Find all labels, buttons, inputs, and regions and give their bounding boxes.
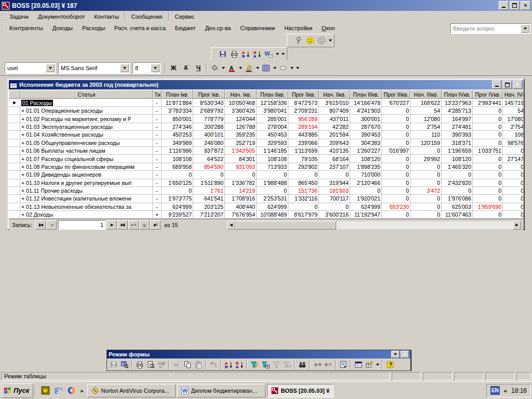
sort-descending-button[interactable]: ЯА [251,49,263,59]
value-cell[interactable]: 0 [382,187,410,195]
menu-item-4[interactable]: Сообщения [127,12,167,21]
value-cell[interactable]: 0 [382,211,410,219]
column-header-11[interactable]: План IVкв. [442,90,473,99]
value-cell[interactable]: 1'116'996 [162,147,193,155]
column-header-4[interactable]: Нач. Iкв. [225,90,257,99]
article-cell[interactable]: + 01.09 Дивиденды акционеров [20,171,153,179]
value-cell[interactable]: 108'120 [442,155,473,163]
print-preview-button[interactable] [145,360,156,370]
value-cell[interactable]: 292'802 [288,163,319,171]
value-cell[interactable]: 0 [473,187,503,195]
value-cell[interactable]: 98'576 [503,139,523,147]
value-cell[interactable]: 10'088'489 [257,211,288,219]
value-cell[interactable]: 54 [410,107,442,115]
pin-button[interactable] [293,35,304,46]
column-header-5[interactable]: План IIкв. [257,90,288,99]
value-cell[interactable]: 0 [442,171,473,179]
value-cell[interactable]: 0 [382,115,410,123]
value-cell[interactable]: 1'332'116 [288,195,319,203]
value-cell[interactable]: 0 [382,123,410,131]
highlight-color-button[interactable] [243,63,255,73]
article-cell[interactable]: + 01.01 Операционные расходы [20,107,153,115]
minimize-button[interactable] [499,1,509,10]
value-cell[interactable]: 1'343'505 [225,147,257,155]
article-cell[interactable]: + 01.08 Расходы по финансовым операциям [20,163,153,171]
value-cell[interactable]: 12'158'336 [257,99,288,107]
row-selector[interactable] [9,179,20,187]
value-cell[interactable]: 931'093 [225,163,257,171]
value-cell[interactable]: 1'465'320 [442,163,473,171]
value-cell[interactable]: 710'000 [350,171,382,179]
value-cell[interactable]: 1'196'659 [442,147,473,155]
menu-item-1[interactable]: Задачи [5,12,33,21]
row-selector[interactable] [9,195,20,203]
type-cell[interactable]: - [153,195,162,203]
print-button[interactable] [229,49,240,59]
value-cell[interactable]: 12'080 [410,115,442,123]
last-record-button[interactable]: ▶▮ [117,220,128,230]
language-indicator[interactable]: EN [490,386,500,395]
value-cell[interactable]: 13'237'963 [442,99,473,107]
value-cell[interactable]: 0 [410,163,442,171]
value-cell[interactable]: 0 [503,163,523,171]
row-selector[interactable] [9,211,20,219]
next-record-button[interactable]: ▶ [107,220,117,230]
chevron-down-icon[interactable] [237,63,243,73]
toolbar-options-icon[interactable] [295,63,300,73]
value-cell[interactable]: 0 [473,179,503,187]
value-cell[interactable]: 0 [473,211,503,219]
type-cell[interactable]: - [153,107,162,115]
value-cell[interactable]: 203'125 [193,203,225,211]
menu-item-module-3[interactable]: Расходы [77,23,110,33]
font-size-combobox[interactable]: 8 [132,62,161,74]
row-selector[interactable] [9,171,20,179]
chevron-down-icon[interactable] [272,63,277,73]
toolbar-grip[interactable] [289,36,291,45]
type-cell[interactable]: - [153,123,162,131]
toolbar-options-icon[interactable] [391,351,400,358]
value-cell[interactable]: 274'346 [162,123,193,131]
value-cell[interactable]: 1'650'125 [162,179,193,187]
value-cell[interactable]: 3'980'041 [257,107,288,115]
value-cell[interactable]: 0 [473,123,503,131]
value-cell[interactable]: 8'472'573 [288,99,319,107]
value-cell[interactable]: 0 [410,147,442,155]
value-cell[interactable]: 246'080 [193,139,225,147]
toolbar-grip[interactable] [214,49,215,59]
filter-by-form-button[interactable] [260,360,271,370]
value-cell[interactable]: 0 [503,195,523,203]
chevron-down-icon[interactable] [274,49,280,59]
scrollbar-thumb[interactable] [235,221,336,230]
scrollbar-track[interactable] [336,221,513,229]
design-view-button[interactable] [119,360,130,370]
value-cell[interactable]: 304'383 [350,139,382,147]
value-cell[interactable]: 8'617'979 [288,211,319,219]
row-selector[interactable] [9,139,20,147]
column-header-6[interactable]: Прог IIкв. [288,90,319,99]
value-cell[interactable]: 2'689'792 [193,107,225,115]
current-record-input[interactable]: 1 [58,220,105,230]
value-cell[interactable]: 79'105 [288,155,319,163]
scroll-right-icon[interactable]: ▶ [513,221,521,230]
undo-button[interactable] [208,360,219,370]
start-button[interactable]: Пуск [1,383,33,398]
tray-collapse-icon[interactable]: « [502,388,509,394]
apply-filter-button[interactable] [282,360,292,370]
value-cell[interactable]: 1'033'751 [473,147,503,155]
menu-item-module-7[interactable]: Справочники [235,23,280,33]
value-cell[interactable]: 209'643 [319,139,350,147]
restore-button[interactable] [510,1,520,10]
value-cell[interactable]: 164'997 [442,115,473,123]
column-header-2[interactable]: План Iкв. [162,90,193,99]
value-cell[interactable]: 10'050'468 [225,99,257,107]
value-cell[interactable]: 0 [350,187,382,195]
value-cell[interactable]: 68'164 [319,155,350,163]
value-cell[interactable]: 1'336'782 [225,179,257,187]
value-cell[interactable]: 239'066 [288,139,319,147]
value-cell[interactable]: 11'871'884 [162,99,193,107]
toolbar-grip[interactable] [1,12,3,21]
value-cell[interactable]: 278'004 [257,123,288,131]
row-selector[interactable] [9,203,20,211]
value-cell[interactable]: 0 [382,171,410,179]
value-cell[interactable]: 0 [473,107,503,115]
